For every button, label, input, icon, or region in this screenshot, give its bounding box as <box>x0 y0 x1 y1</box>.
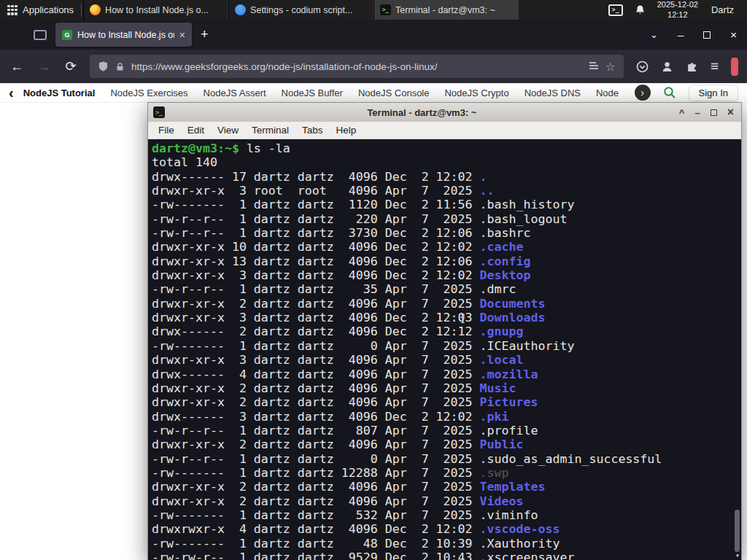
applications-label: Applications <box>23 4 74 15</box>
panel-username[interactable]: Dartz <box>710 4 740 15</box>
sign-in-button[interactable]: Sign In <box>689 85 738 101</box>
site-nav-item[interactable]: NodeJS Tutorial <box>23 88 96 98</box>
applications-grid-icon <box>7 5 18 15</box>
file-name: .bashrc <box>480 226 531 240</box>
desktop-panel: Applications How to Install Node.js o...… <box>0 0 747 20</box>
file-meta: drwxr-xr-x 3 root root 4096 Apr 7 2025 <box>152 184 480 198</box>
extensions-icon[interactable] <box>686 61 698 73</box>
terminal-screen[interactable]: dartz@vm3:~$ ls -la total 140 drwx------… <box>148 139 741 560</box>
site-nav-item[interactable]: NodeJS DNS <box>525 88 581 98</box>
url-bar[interactable]: https://www.geeksforgeeks.org/node-js/in… <box>90 55 624 78</box>
terminal-menu-file[interactable]: File <box>152 124 180 136</box>
directory-name: .cache <box>480 240 524 254</box>
file-name: .bash_history <box>480 198 575 211</box>
lock-icon[interactable] <box>115 61 125 72</box>
site-nav-right: › Sign In <box>635 85 738 101</box>
browser-tab-active[interactable]: G How to Install Node.js on... × <box>55 23 192 47</box>
terminal-listing-row: -rw-rw-r-- 1 dartz dartz 9529 Dec 2 10:4… <box>152 551 740 560</box>
search-icon[interactable] <box>663 86 676 99</box>
taskbar-item-codium[interactable]: Settings - codium script... <box>228 0 374 20</box>
site-nav-item[interactable]: NodeJS Buffer <box>282 88 343 98</box>
firefox-view-icon[interactable] <box>34 30 47 40</box>
terminal-title-bar[interactable]: >_ Terminal - dartz@vm3: ~ ^ – × <box>148 103 741 122</box>
notification-bell-icon[interactable] <box>635 4 646 15</box>
file-meta: -rw------- 1 dartz dartz 12288 Apr 7 202… <box>152 466 480 480</box>
applications-menu[interactable]: Applications <box>0 0 81 20</box>
file-meta: -rw------- 1 dartz dartz 0 Apr 7 2025 <box>152 339 480 353</box>
file-meta: -rw------- 1 dartz dartz 532 Apr 7 2025 <box>152 508 480 522</box>
terminal-window: >_ Terminal - dartz@vm3: ~ ^ – × FileEdi… <box>147 102 742 560</box>
window-maximize-button[interactable] <box>703 31 711 39</box>
site-nav-item[interactable]: NodeJS Console <box>358 88 430 98</box>
terminal-menu-bar: FileEditViewTerminalTabsHelp <box>148 122 741 139</box>
directory-name: Templates <box>480 480 546 494</box>
terminal-listing-row: -rw-r--r-- 1 dartz dartz 35 Apr 7 2025 .… <box>152 282 740 296</box>
site-nav-items: NodeJS TutorialNodeJS ExercisesNodeJS As… <box>23 88 619 98</box>
terminal-menu-tabs[interactable]: Tabs <box>296 124 329 136</box>
file-meta: drwxr-xr-x 2 dartz dartz 4096 Apr 7 2025 <box>152 438 480 451</box>
file-name: .dmrc <box>480 282 516 296</box>
terminal-menu-view[interactable]: View <box>212 124 244 136</box>
site-nav-item[interactable]: NodeJS Exercises <box>110 88 187 98</box>
taskbar-item-terminal[interactable]: >_Terminal - dartz@vm3: ~ <box>374 0 519 20</box>
list-all-tabs-icon[interactable]: ⌄ <box>650 29 658 40</box>
file-meta: -rw------- 1 dartz dartz 48 Dec 2 10:39 <box>152 537 480 551</box>
terminal-listing-row: drwxr-xr-x 2 dartz dartz 4096 Apr 7 2025… <box>152 381 740 395</box>
tray-terminal-icon[interactable]: >_ <box>608 4 623 16</box>
terminal-menu-help[interactable]: Help <box>330 124 363 136</box>
terminal-menu-terminal[interactable]: Terminal <box>246 124 295 136</box>
file-meta: -rw-r--r-- 1 dartz dartz 807 Apr 7 2025 <box>152 424 480 438</box>
reload-button[interactable]: ⟳ <box>63 58 79 74</box>
directory-name: .config <box>480 254 531 268</box>
terminal-listing-row: drwxr-xr-x 2 dartz dartz 4096 Apr 7 2025… <box>152 395 740 409</box>
file-name: .ICEauthority <box>480 339 575 353</box>
terminal-listing-row: -rw------- 1 dartz dartz 48 Dec 2 10:39 … <box>152 537 740 551</box>
panel-clock[interactable]: 2025-12-02 12:12 <box>657 0 698 19</box>
terminal-listing-row: drwxr-xr-x 3 dartz dartz 4096 Dec 2 12:0… <box>152 268 740 282</box>
terminal-listing-row: drwxr-xr-x 3 dartz dartz 4096 Dec 2 12:0… <box>152 311 740 324</box>
system-tray: >_ 2025-12-02 12:12 Dartz <box>608 0 747 19</box>
nav-scroll-left-button[interactable]: ‹ <box>9 85 14 100</box>
terminal-scrollbar-thumb[interactable] <box>735 510 740 552</box>
taskbar-item-label: Terminal - dartz@vm3: ~ <box>395 5 495 15</box>
site-nav-item[interactable]: NodeJS Crypto <box>444 88 508 98</box>
file-meta: drwx------ 17 dartz dartz 4096 Dec 2 12:… <box>152 170 480 184</box>
new-tab-button[interactable]: + <box>201 27 209 42</box>
terminal-listing-row: drwxr-xr-x 13 dartz dartz 4096 Dec 2 12:… <box>152 254 740 268</box>
browser-toolbar: ← → ⟳ https://www.geeksforgeeks.org/node… <box>0 50 747 83</box>
site-nav-item[interactable]: NodeJS Assert <box>204 88 266 98</box>
tab-close-icon[interactable]: × <box>179 30 185 40</box>
directory-name: Desktop <box>480 268 531 282</box>
account-icon[interactable] <box>661 61 673 73</box>
file-meta: -rw-r--r-- 1 dartz dartz 0 Apr 7 2025 <box>152 452 480 466</box>
window-close-button[interactable]: × <box>730 29 737 40</box>
reader-view-icon[interactable] <box>589 61 599 71</box>
terminal-menu-edit[interactable]: Edit <box>182 124 210 136</box>
terminal-maximize-button[interactable] <box>711 109 717 116</box>
menu-icon[interactable]: ≡ <box>711 58 719 74</box>
nav-scroll-right-button[interactable]: › <box>635 85 651 101</box>
terminal-minimize-button[interactable]: – <box>694 107 700 118</box>
back-button[interactable]: ← <box>9 59 25 74</box>
file-meta: drwxr-xr-x 2 dartz dartz 4096 Apr 7 2025 <box>152 494 480 508</box>
taskbar-item-firefox[interactable]: How to Install Node.js o... <box>83 0 228 20</box>
terminal-rollup-button[interactable]: ^ <box>679 107 685 118</box>
file-meta: drwxr-xr-x 2 dartz dartz 4096 Apr 7 2025 <box>152 297 480 311</box>
file-meta: drwxr-xr-x 13 dartz dartz 4096 Dec 2 12:… <box>152 254 480 268</box>
pocket-icon[interactable] <box>636 61 649 73</box>
file-meta: drwxr-xr-x 10 dartz dartz 4096 Dec 2 12:… <box>152 240 480 254</box>
taskbar-item-label: How to Install Node.js o... <box>105 5 209 15</box>
file-name: .viminfo <box>480 508 538 522</box>
tracking-shield-icon[interactable] <box>98 61 109 72</box>
directory-name: .pki <box>480 410 509 424</box>
clock-date: 2025-12-02 <box>657 0 698 9</box>
terminal-listing-row: drwxrwxr-x 4 dartz dartz 4096 Dec 2 12:0… <box>152 522 740 536</box>
url-text[interactable]: https://www.geeksforgeeks.org/node-js/in… <box>131 61 582 72</box>
window-minimize-button[interactable]: – <box>678 29 684 40</box>
scroll-down-arrow-icon[interactable]: ▾ <box>735 552 740 559</box>
bookmark-star-icon[interactable]: ☆ <box>605 60 616 74</box>
file-name: .xscreensaver <box>480 551 575 560</box>
forward-button[interactable]: → <box>36 59 52 74</box>
site-nav-item[interactable]: Node <box>596 88 619 98</box>
terminal-close-button[interactable]: × <box>727 106 734 118</box>
